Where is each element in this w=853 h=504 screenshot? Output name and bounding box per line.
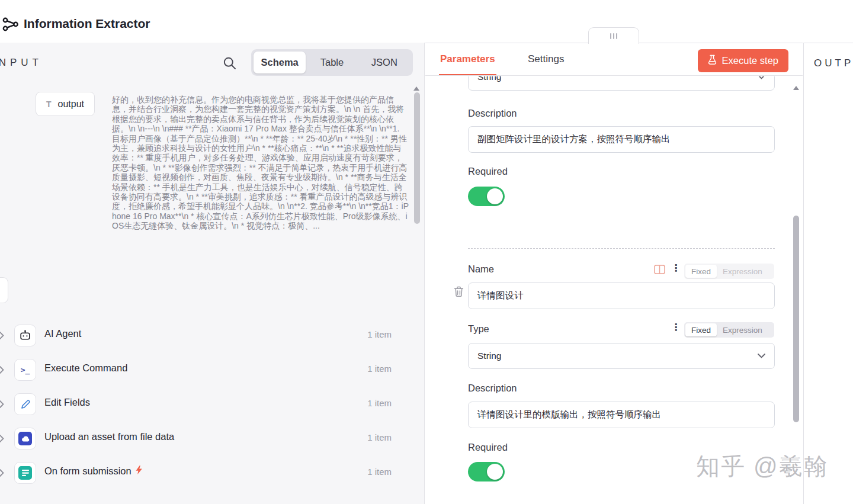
information-extractor-node-icon — [2, 15, 20, 36]
attribute-divider — [468, 248, 775, 249]
type-select[interactable]: String — [468, 343, 775, 369]
type-select-value: String — [477, 351, 502, 361]
schema-field-key: output — [58, 99, 84, 110]
chevron-right-icon[interactable] — [0, 400, 4, 410]
node-item-count: 1 item — [367, 467, 392, 477]
chevron-down-icon — [758, 76, 765, 79]
trigger-bolt-icon — [136, 466, 142, 477]
toggle-knob — [487, 188, 503, 204]
schema-field-value: 好的，收到您的补充信息。作为您的电商视觉总监，我将基于您提供的产品信息，并结合行… — [112, 95, 409, 231]
parameters-panel: Parameters Settings Execute step String … — [425, 43, 803, 504]
scroll-up-arrow[interactable] — [413, 86, 419, 91]
description-label: Description — [468, 383, 517, 394]
chevron-down-icon — [758, 354, 765, 358]
node-row-edit-fields[interactable]: Edit Fields 1 item — [0, 387, 413, 421]
node-row-ai-agent[interactable]: AI Agent 1 item — [0, 318, 413, 352]
search-icon[interactable] — [223, 56, 237, 70]
upload-asset-icon — [14, 428, 36, 450]
chevron-right-icon[interactable] — [0, 331, 4, 342]
scroll-up-arrow[interactable] — [793, 86, 799, 90]
columns-icon[interactable] — [654, 265, 665, 277]
type-select-value: String — [477, 76, 502, 82]
required-toggle[interactable] — [468, 187, 505, 206]
tab-settings[interactable]: Settings — [528, 43, 564, 75]
description-label: Description — [468, 108, 517, 119]
parameters-scrollbar[interactable] — [793, 216, 799, 422]
node-row-form-submission[interactable]: On form submission 1 item — [0, 455, 413, 490]
tab-schema[interactable]: Schema — [254, 52, 306, 73]
fixed-option[interactable]: Fixed — [685, 323, 717, 336]
app-header: Information Extractor — [0, 0, 853, 43]
name-label: Name — [468, 264, 494, 275]
terminal-icon: >_ — [14, 359, 36, 381]
required-label: Required — [468, 442, 508, 453]
type-label: Type — [468, 323, 489, 335]
node-item-count: 1 item — [367, 329, 392, 339]
node-name: On form submission — [44, 466, 132, 477]
ai-agent-icon — [14, 325, 36, 346]
tab-table[interactable]: Table — [306, 52, 358, 73]
panel-drag-handle[interactable] — [588, 27, 639, 44]
schema-field-output[interactable]: T output — [36, 92, 95, 116]
required-label: Required — [468, 166, 508, 177]
type-select-partial[interactable]: String — [468, 76, 775, 91]
parameters-scroll-area: String Description Required Name ⋮ Fixed… — [425, 76, 803, 504]
description-input[interactable] — [468, 126, 775, 153]
chevron-right-icon[interactable] — [0, 468, 4, 479]
pencil-icon — [14, 393, 36, 415]
tab-json[interactable]: JSON — [358, 52, 411, 73]
tab-parameters[interactable]: Parameters — [439, 43, 496, 75]
input-panel: INPUT Schema Table JSON T output 好的，收到您的… — [0, 43, 425, 504]
node-name: AI Agent — [44, 328, 81, 339]
node-row-execute-command[interactable]: >_ Execute Command 1 item — [0, 352, 413, 387]
node-name: Upload an asset from file data — [44, 431, 174, 442]
type-fixed-expression-toggle[interactable]: Fixed Expression — [684, 322, 774, 338]
kebab-menu-icon[interactable]: ⋮ — [671, 262, 681, 274]
execute-step-button[interactable]: Execute step — [698, 49, 788, 72]
workflow-node-detail-view: Information Extractor INPUT Schema Table… — [0, 0, 853, 504]
parameters-header: Parameters Settings Execute step — [425, 43, 803, 76]
flask-icon — [708, 54, 717, 68]
chevron-right-icon[interactable] — [0, 434, 4, 445]
expression-option[interactable]: Expression — [717, 265, 768, 278]
output-panel: OUTPUT — [803, 43, 853, 504]
chevron-right-icon[interactable] — [0, 365, 4, 376]
panel-collapse-handle[interactable] — [0, 277, 8, 303]
kebab-menu-icon[interactable]: ⋮ — [671, 322, 681, 333]
name-fixed-expression-toggle[interactable]: Fixed Expression — [684, 264, 774, 279]
required-toggle[interactable] — [468, 462, 505, 481]
trash-icon[interactable] — [454, 286, 464, 300]
string-type-icon: T — [46, 99, 52, 109]
output-panel-title: OUTPUT — [814, 57, 853, 69]
input-scrollbar[interactable] — [414, 92, 420, 224]
page-title: Information Extractor — [24, 17, 150, 31]
node-item-count: 1 item — [367, 432, 392, 442]
name-input[interactable] — [468, 283, 775, 309]
input-panel-title: INPUT — [0, 57, 43, 69]
toggle-knob — [487, 464, 503, 480]
expression-option[interactable]: Expression — [717, 323, 768, 336]
node-item-count: 1 item — [367, 364, 392, 374]
node-name: Edit Fields — [44, 397, 90, 408]
fixed-option[interactable]: Fixed — [685, 265, 717, 278]
node-row-upload-asset[interactable]: Upload an asset from file data 1 item — [0, 421, 413, 455]
execute-step-label: Execute step — [722, 55, 778, 66]
node-item-count: 1 item — [367, 398, 392, 408]
node-name: Execute Command — [44, 362, 127, 374]
input-view-tabs: Schema Table JSON — [251, 49, 413, 76]
description-input[interactable] — [468, 402, 775, 428]
form-icon — [14, 462, 36, 484]
